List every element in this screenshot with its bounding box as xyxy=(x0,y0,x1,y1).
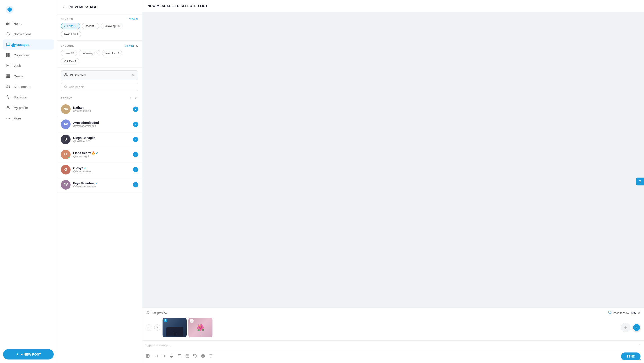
sidebar-item-statistics[interactable]: Statistics xyxy=(3,92,54,102)
price-view-row: Price to view $25 ✕ xyxy=(608,311,640,315)
video-icon-button[interactable] xyxy=(162,354,166,359)
mic-icon-button[interactable] xyxy=(170,354,174,359)
avatar-initials-faye: FV xyxy=(64,183,68,187)
panel-title: NEW MESSAGE xyxy=(70,5,98,9)
mention-icon-button[interactable] xyxy=(201,354,205,359)
user-handle-diego: @u413848321 xyxy=(73,140,130,143)
photo-icon-button[interactable] xyxy=(178,354,181,359)
sidebar-item-statements[interactable]: Statements xyxy=(3,82,54,92)
svg-point-40 xyxy=(202,355,204,357)
avatar-faye: FV xyxy=(61,180,70,190)
calendar-icon-button[interactable] xyxy=(185,354,189,359)
user-check-liana: ✓ xyxy=(133,152,138,157)
sidebar-item-vault[interactable]: Vault xyxy=(3,61,54,71)
user-name-faye: Faye Valentine ✓ xyxy=(73,182,130,185)
chip-recent-label: Recent... xyxy=(85,24,96,28)
new-message-panel: ← NEW MESSAGE SEND TO View all ✓ Fans 13… xyxy=(57,0,142,363)
svg-rect-3 xyxy=(8,54,10,55)
add-people-row[interactable]: Add people xyxy=(61,83,138,91)
clear-selection-button[interactable]: ✕ xyxy=(132,73,135,78)
svg-rect-5 xyxy=(8,56,10,57)
user-handle-liana: @lianainsight xyxy=(73,155,130,158)
filter-icon[interactable] xyxy=(129,96,132,100)
help-button[interactable]: ? xyxy=(636,178,644,185)
svg-rect-6 xyxy=(6,64,10,67)
user-item-olesya[interactable]: O Olesya ✓ @liana_savana ✓ xyxy=(57,162,142,177)
sidebar-item-collections[interactable]: Collections xyxy=(3,50,54,60)
user-info-nathan: Nathan @nathandellah xyxy=(73,106,130,112)
exclude-chip-following18[interactable]: Following 18 xyxy=(79,50,100,56)
font-icon-button[interactable] xyxy=(209,354,213,359)
exclude-chevron-button[interactable]: ∧ xyxy=(136,44,138,48)
user-info-olesya: Olesya ✓ @liana_savana xyxy=(73,166,130,173)
svg-rect-35 xyxy=(186,355,189,358)
selected-info: 13 Selected xyxy=(64,73,86,77)
user-item-nathan[interactable]: Na Nathan @nathandellah ✓ xyxy=(57,102,142,117)
selected-bar: 13 Selected ✕ xyxy=(61,70,138,80)
chip-toxicfan1[interactable]: Toxic Fan 1 xyxy=(61,31,81,37)
exclude-chip-vipfan1[interactable]: VIP Fan 1 xyxy=(61,58,79,65)
exclude-chip-fans13[interactable]: Fans 13 xyxy=(61,50,77,56)
exclude-chip-toxicfan1[interactable]: Toxic Fan 1 xyxy=(102,50,122,56)
sidebar-item-messages[interactable]: 13 Messages xyxy=(3,40,54,50)
sidebar-item-myprofile-label: My profile xyxy=(14,106,28,110)
price-value: $25 xyxy=(631,311,636,315)
queue-icon xyxy=(6,74,10,79)
user-name-olesya: Olesya ✓ xyxy=(73,166,130,170)
media-thumb-1[interactable]: 1 ⠿ xyxy=(162,318,187,337)
user-item-liana[interactable]: LS Liana Secret🔥 ✓ @lianainsight ✓ xyxy=(57,147,142,162)
exclude-view-all[interactable]: View all xyxy=(125,44,134,47)
sidebar-item-statistics-label: Statistics xyxy=(14,95,27,99)
chip-following18[interactable]: Following 18 xyxy=(101,23,122,29)
chip-recent[interactable]: Recent... xyxy=(82,23,99,29)
user-check-diego: ✓ xyxy=(133,137,138,142)
home-icon xyxy=(6,21,10,26)
exclude-header: EXCLUDE View all ∧ xyxy=(61,44,138,48)
exclude-chip-vipfan1-label: VIP Fan 1 xyxy=(64,60,76,63)
keyboard-icon-button[interactable] xyxy=(154,354,158,359)
image-icon-button[interactable] xyxy=(146,354,150,359)
media-grid-icon-2: ⠿ xyxy=(199,332,202,336)
chip-fans13[interactable]: ✓ Fans 13 xyxy=(61,23,80,29)
send-to-view-all[interactable]: View all xyxy=(129,18,138,21)
user-list: Na Nathan @nathandellah ✓ Av Avocadorelo… xyxy=(57,102,142,192)
sort-icon[interactable] xyxy=(135,96,138,100)
add-media-button[interactable]: ＋ xyxy=(621,323,630,332)
vault-icon xyxy=(6,63,10,68)
sidebar-item-notifications[interactable]: Notifications xyxy=(3,29,54,39)
svg-point-12 xyxy=(6,118,7,119)
media-thumb-2[interactable]: 🌺 ○ ⠿ xyxy=(188,318,212,337)
exclude-right: View all ∧ xyxy=(125,44,138,48)
free-preview-button[interactable]: Free preview xyxy=(146,311,167,315)
tag-icon-button[interactable] xyxy=(193,354,197,359)
price-to-view-button[interactable]: Price to view xyxy=(608,311,629,315)
sidebar-item-more[interactable]: More xyxy=(3,113,54,123)
exclude-chip-toxicfan1-label: Toxic Fan 1 xyxy=(105,52,120,55)
message-input[interactable] xyxy=(146,343,637,347)
avatar-initials-diego: D xyxy=(64,137,67,141)
user-item-avocadoreloaded[interactable]: Av Avocadoreloaded @avacadoreloaded ✓ xyxy=(57,117,142,132)
price-close-button[interactable]: ✕ xyxy=(638,311,640,315)
back-button[interactable]: ← xyxy=(61,4,67,10)
media-next-button[interactable]: › xyxy=(154,324,160,330)
selected-people-icon xyxy=(64,73,68,77)
user-item-diego[interactable]: D Diego Benaglio @u413848321 ✓ xyxy=(57,132,142,147)
sidebar-item-queue[interactable]: Queue xyxy=(3,71,54,81)
more-icon xyxy=(6,116,10,121)
avatar-nathan: Na xyxy=(61,104,70,114)
media-prev-button[interactable]: ‹ xyxy=(146,324,152,330)
svg-line-17 xyxy=(66,87,67,88)
user-item-faye[interactable]: FV Faye Valentine ✓ @fayevalentinefree ✓ xyxy=(57,177,142,192)
right-panel-body: Free preview Price to view $25 ✕ xyxy=(142,12,644,363)
sidebar-item-myprofile[interactable]: My profile xyxy=(3,103,54,113)
svg-point-14 xyxy=(9,118,10,119)
user-info-liana: Liana Secret🔥 ✓ @lianainsight xyxy=(73,151,130,158)
svg-point-34 xyxy=(179,355,179,356)
new-post-button[interactable]: ＋ + NEW POST xyxy=(3,349,54,359)
svg-rect-9 xyxy=(6,76,10,76)
collections-icon xyxy=(6,53,10,58)
free-preview-icon xyxy=(146,311,150,315)
message-send-arrow-button[interactable]: › xyxy=(639,343,640,347)
recent-actions xyxy=(129,96,138,100)
sidebar-item-home[interactable]: Home xyxy=(3,19,54,29)
